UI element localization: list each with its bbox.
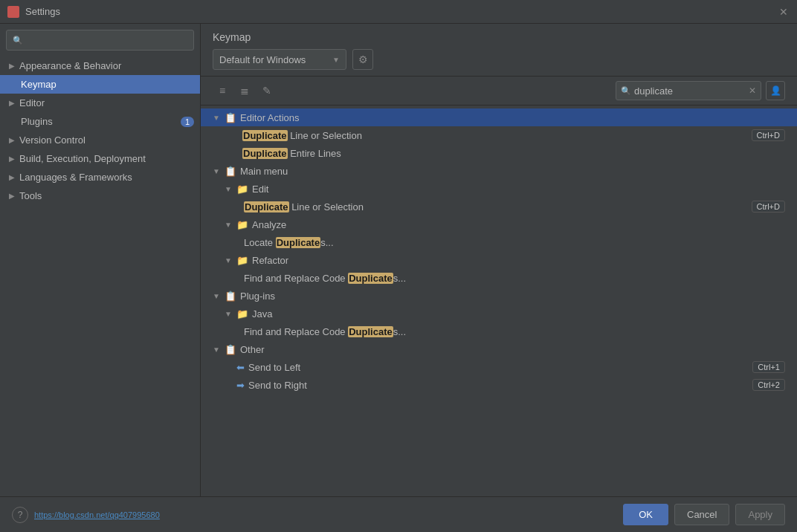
sidebar-item-label: Keymap: [21, 79, 57, 90]
gear-button[interactable]: ⚙: [352, 49, 373, 70]
collapse-icon: ▼: [213, 114, 222, 122]
section-icon: 📋: [225, 166, 236, 177]
sidebar-item-vcs[interactable]: ▶ Version Control: [0, 131, 200, 149]
sidebar-item-build[interactable]: ▶ Build, Execution, Deployment: [0, 149, 200, 168]
tree-folder-analyze[interactable]: ▼ 📁 Analyze: [201, 215, 797, 233]
window-title: Settings: [25, 6, 60, 17]
ok-button[interactable]: OK: [623, 504, 668, 525]
apply-button[interactable]: Apply: [735, 504, 785, 525]
section-label: Editor Actions: [240, 112, 785, 123]
shortcut-badge: Ctrl+1: [752, 361, 785, 373]
highlight-text: Duplicate: [244, 201, 289, 213]
folder-label: Analyze: [252, 219, 785, 230]
folder-icon: 📁: [236, 184, 248, 195]
sidebar-item-appearance[interactable]: ▶ Appearance & Behavior: [0, 56, 200, 75]
item-label: Duplicate Line or Selection: [244, 201, 752, 213]
tree-item-send-right[interactable]: ➡ Send to Right Ctrl+2: [201, 376, 797, 394]
toolbar-left: ≡ ≣ ✎: [213, 81, 277, 100]
tree-folder-refactor[interactable]: ▼ 📁 Refactor: [201, 251, 797, 269]
collapse-icon: ▼: [225, 310, 233, 318]
arrow-icon: ▶: [9, 99, 15, 107]
collapse-icon: ▼: [213, 292, 222, 300]
shortcut-badge: Ctrl+D: [752, 201, 785, 213]
collapse-all-button[interactable]: ≣: [235, 81, 254, 100]
section-icon: 📋: [225, 344, 236, 355]
section-label: Other: [240, 344, 785, 355]
sidebar-item-tools[interactable]: ▶ Tools: [0, 186, 200, 205]
sidebar-item-label: Version Control: [19, 134, 85, 146]
tree-section-editor-actions[interactable]: ▼ 📋 Editor Actions: [201, 108, 797, 126]
section-label: Plug-ins: [240, 291, 785, 302]
tree-item-send-left[interactable]: ⬅ Send to Left Ctrl+1: [201, 358, 797, 376]
sidebar-item-label: Languages & Frameworks: [19, 172, 132, 183]
tree-item-dup-line-edit[interactable]: Duplicate Line or Selection Ctrl+D: [201, 198, 797, 215]
right-panel: Keymap Default for Windows ▼ ⚙ ≡ ≣: [201, 24, 797, 496]
tree-item-dup-line[interactable]: Duplicate Line or Selection Ctrl+D: [201, 126, 797, 144]
expand-all-button[interactable]: ≡: [213, 81, 232, 100]
tree-item-locate-dups[interactable]: Locate Duplicates...: [201, 233, 797, 251]
clear-search-button[interactable]: ✕: [749, 85, 756, 96]
sidebar-search-box[interactable]: 🔍: [6, 30, 194, 51]
status-link[interactable]: https://blog.csdn.net/qq407995680: [34, 510, 160, 519]
sidebar-item-label: Appearance & Behavior: [19, 60, 121, 71]
collapse-icon: ▼: [225, 221, 233, 229]
help-button[interactable]: ?: [12, 507, 28, 523]
bottom-right: OK Cancel Apply: [623, 504, 785, 525]
collapse-icon: ▼: [213, 167, 222, 175]
tree-section-plugins[interactable]: ▼ 📋 Plug-ins: [201, 287, 797, 305]
close-button[interactable]: ✕: [778, 6, 790, 18]
edit-shortcut-button[interactable]: ✎: [257, 81, 277, 100]
tree-folder-java[interactable]: ▼ 📁 Java: [201, 305, 797, 322]
search-area: 🔍 ✕ 👤: [616, 81, 785, 100]
shortcut-badge: Ctrl+D: [752, 129, 785, 141]
tree-folder-edit[interactable]: ▼ 📁 Edit: [201, 180, 797, 198]
folder-icon: 📁: [236, 308, 248, 319]
sidebar-item-plugins[interactable]: Plugins 1: [0, 112, 200, 131]
find-action-button[interactable]: 👤: [766, 81, 785, 100]
sidebar-item-label: Build, Execution, Deployment: [19, 153, 146, 164]
tree-area: ▼ 📋 Editor Actions Duplicate Line or Sel…: [201, 106, 797, 496]
chevron-down-icon: ▼: [332, 56, 340, 64]
folder-icon: 📁: [236, 219, 248, 230]
title-bar: Settings ✕: [0, 0, 797, 24]
keymap-title: Keymap: [213, 31, 785, 43]
sidebar-search-input[interactable]: [27, 35, 187, 46]
section-icon: 📋: [225, 112, 236, 123]
tree-section-main-menu[interactable]: ▼ 📋 Main menu: [201, 162, 797, 180]
keymap-search-box[interactable]: 🔍 ✕: [616, 81, 761, 100]
shortcut-badge: Ctrl+2: [752, 379, 785, 391]
gear-icon: ⚙: [358, 53, 368, 65]
highlight-text: Duplicate: [348, 326, 393, 337]
dropdown-value: Default for Windows: [219, 54, 306, 65]
help-icon: ?: [18, 510, 23, 520]
collapse-all-icon: ≣: [240, 85, 249, 97]
keymap-controls: Default for Windows ▼ ⚙: [213, 49, 785, 70]
sidebar-item-label: Editor: [19, 97, 45, 108]
folder-icon: 📁: [236, 255, 248, 266]
edit-icon: ✎: [262, 85, 271, 97]
tree-item-dup-entire[interactable]: Duplicate Entire Lines: [201, 144, 797, 162]
keymap-search-input[interactable]: [634, 85, 746, 97]
sidebar-item-languages[interactable]: ▶ Languages & Frameworks: [0, 168, 200, 186]
sidebar-item-keymap[interactable]: Keymap: [0, 75, 200, 94]
item-label: Duplicate Entire Lines: [242, 148, 785, 159]
tree-section-other[interactable]: ▼ 📋 Other: [201, 340, 797, 358]
sidebar-item-editor[interactable]: ▶ Editor: [0, 94, 200, 112]
send-right-icon: ➡: [236, 380, 245, 391]
arrow-icon: ▶: [9, 173, 15, 181]
collapse-icon: ▼: [213, 346, 222, 354]
expand-all-icon: ≡: [219, 85, 225, 97]
keymap-header: Keymap Default for Windows ▼ ⚙: [201, 24, 797, 77]
bottom-bar: ? https://blog.csdn.net/qq407995680 OK C…: [0, 496, 797, 532]
cancel-button[interactable]: Cancel: [674, 504, 729, 525]
keymap-dropdown[interactable]: Default for Windows ▼: [213, 49, 346, 70]
collapse-icon: ▼: [225, 256, 233, 265]
tree-item-find-replace-dups-java[interactable]: Find and Replace Code Duplicates...: [201, 322, 797, 340]
folder-label: Refactor: [252, 255, 785, 266]
plugins-badge: 1: [181, 117, 194, 127]
sidebar-item-label: Tools: [19, 190, 42, 201]
folder-label: Java: [252, 308, 785, 319]
tree-item-find-replace-dups[interactable]: Find and Replace Code Duplicates...: [201, 269, 797, 287]
highlight-text: Duplicate: [276, 237, 321, 248]
highlight-text: Duplicate: [348, 273, 393, 284]
